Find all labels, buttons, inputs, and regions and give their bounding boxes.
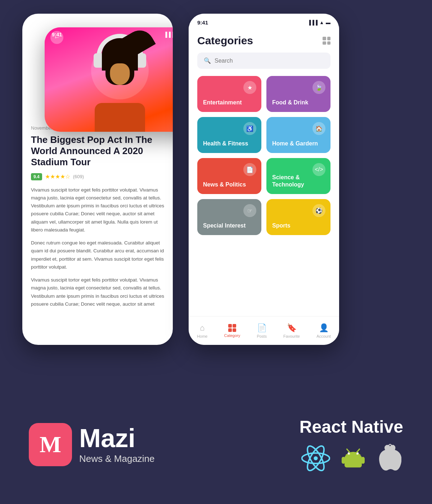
nav-label-home: Home <box>197 334 207 338</box>
category-label-entertainment: Entertainment <box>203 99 256 106</box>
category-card-food[interactable]: 🍃Food & Drink <box>266 76 330 112</box>
svg-point-3 <box>314 456 318 460</box>
search-bar[interactable]: 🔍 <box>197 53 330 69</box>
nav-icon-account: 👤 <box>319 323 329 333</box>
category-label-news: News & Politics <box>203 181 256 188</box>
nav-icon-favourite: 🔖 <box>287 323 297 333</box>
category-icon-entertainment: ★ <box>243 81 256 94</box>
category-icon-food: 🍃 <box>312 81 325 94</box>
category-icon-science: </> <box>312 163 325 176</box>
hero-background <box>45 27 173 132</box>
svg-rect-8 <box>355 459 359 465</box>
status-icons-right: ▐▐▐ ▲ ▬ <box>307 20 330 25</box>
nav-item-home[interactable]: ⌂ Home <box>197 323 207 338</box>
signal-icon-right: ▐▐▐ <box>307 20 318 25</box>
rating-count: (609) <box>73 174 84 179</box>
category-label-sports: Sports <box>272 222 325 229</box>
grid-view-button[interactable] <box>323 37 330 45</box>
page-title: Categories <box>197 35 253 47</box>
category-label-health: Health & Fitness <box>203 140 256 147</box>
category-icon-news: 📄 <box>243 163 256 176</box>
nav-icon-home: ⌂ <box>200 323 204 333</box>
person-body <box>95 103 145 132</box>
category-card-science[interactable]: </>Science & Technology <box>266 158 330 194</box>
svg-rect-6 <box>361 457 365 464</box>
brand-name: Mazi <box>79 425 155 451</box>
nav-item-account[interactable]: 👤 Account <box>316 323 331 338</box>
brand-right: React Native <box>300 417 403 473</box>
signal-icon: ▐▐▐ <box>163 32 173 37</box>
platform-icons <box>300 444 403 473</box>
svg-rect-7 <box>347 459 351 465</box>
brand-left: M Mazi News & Magazine <box>29 423 155 466</box>
rating-badge: 9.4 <box>31 173 42 180</box>
article-paragraph-2: Donec rutrum congue leo eget malesuada. … <box>31 239 164 271</box>
nav-label-account: Account <box>316 334 331 338</box>
android-icon <box>339 444 368 473</box>
wifi-icon-right: ▲ <box>319 20 324 25</box>
svg-rect-4 <box>345 455 362 468</box>
category-card-special[interactable]: ☞Special Interest <box>197 199 261 235</box>
article-title: The Biggest Pop Act In The World Announc… <box>31 134 164 168</box>
category-icon-special: ☞ <box>243 204 256 217</box>
back-button[interactable] <box>50 31 63 44</box>
star-rating: ★★★★☆ <box>45 173 70 180</box>
nav-item-favourite[interactable]: 🔖 Favourite <box>283 323 300 338</box>
nav-item-posts[interactable]: 📄 Posts <box>257 323 267 338</box>
category-card-sports[interactable]: ⚽Sports <box>266 199 330 235</box>
category-label-science: Science & Technology <box>272 174 325 188</box>
nav-item-category[interactable]: Category <box>224 324 240 338</box>
category-label-home: Home & Gardern <box>272 140 325 147</box>
react-icon <box>301 444 330 473</box>
person-face <box>110 63 130 85</box>
nav-label-favourite: Favourite <box>283 334 300 338</box>
category-icon-health: ♿ <box>243 122 256 135</box>
nav-icon-posts: 📄 <box>257 323 267 333</box>
category-icon-home: 🏠 <box>312 122 325 135</box>
brand-logo: M <box>29 423 72 466</box>
category-card-health[interactable]: ♿Health & Fitness <box>197 117 261 153</box>
article-body: Vivamus suscipit tortor eget felis portt… <box>31 186 164 309</box>
nav-label-category: Category <box>224 333 240 338</box>
categories-header: Categories <box>189 31 339 53</box>
right-phone: 9:41 ▐▐▐ ▲ ▬ Categories 🔍 ★Entertainment… <box>189 14 339 345</box>
bottom-navigation: ⌂ Home Category 📄 Posts 🔖 Favourite 👤 Ac… <box>189 316 339 345</box>
category-card-home[interactable]: 🏠Home & Gardern <box>266 117 330 153</box>
left-phone: 9:41 ▐▐▐ ▲ ▬ November, 15 2019 The Bigge… <box>22 14 173 345</box>
branding-section: M Mazi News & Magazine React Native <box>0 385 432 504</box>
search-icon: 🔍 <box>204 57 211 64</box>
battery-icon-right: ▬ <box>326 20 330 25</box>
article-paragraph-3: Vivamus suscipit tortor eget felis portt… <box>31 276 164 308</box>
svg-rect-5 <box>342 457 345 464</box>
rating-row: 9.4 ★★★★☆ (609) <box>31 173 164 180</box>
search-input[interactable] <box>215 58 324 64</box>
hero-image: 9:41 ▐▐▐ ▲ ▬ <box>45 27 173 132</box>
status-icons-left: ▐▐▐ ▲ ▬ <box>163 32 173 37</box>
brand-tagline: News & Magazine <box>79 453 155 464</box>
brand-text: Mazi News & Magazine <box>79 425 155 464</box>
category-icon-sports: ⚽ <box>312 204 325 217</box>
category-card-entertainment[interactable]: ★Entertainment <box>197 76 261 112</box>
category-label-food: Food & Drink <box>272 99 325 106</box>
category-card-news[interactable]: 📄News & Politics <box>197 158 261 194</box>
categories-grid: ★Entertainment🍃Food & Drink♿Health & Fit… <box>189 76 339 235</box>
status-time-right: 9:41 <box>197 19 208 26</box>
status-bar-right: 9:41 ▐▐▐ ▲ ▬ <box>189 14 339 31</box>
article-content: November, 15 2019 The Biggest Pop Act In… <box>22 118 173 320</box>
nav-label-posts: Posts <box>257 334 267 338</box>
react-native-label: React Native <box>300 417 403 437</box>
category-label-special: Special Interest <box>203 222 256 229</box>
apple-icon <box>376 444 401 473</box>
status-bar-left: 9:41 ▐▐▐ ▲ ▬ <box>45 27 173 42</box>
article-paragraph-1: Vivamus suscipit tortor eget felis portt… <box>31 186 164 234</box>
category-nav-icon <box>228 324 236 332</box>
brand-logo-letter: M <box>40 431 61 458</box>
